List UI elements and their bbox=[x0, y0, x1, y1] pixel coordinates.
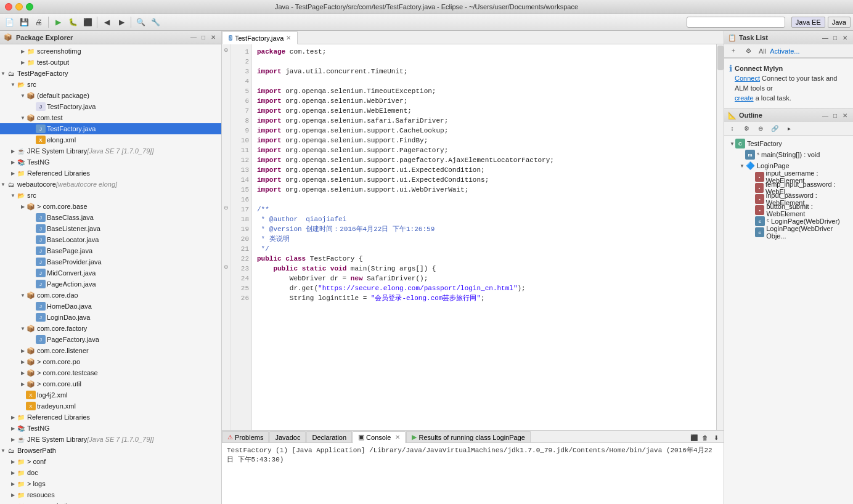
tree-item-com-core-util[interactable]: ▶ 📦 > com.core.util bbox=[0, 378, 221, 389]
console-scroll-button[interactable]: ⬇ bbox=[711, 433, 721, 442]
scrollbar-thumb[interactable] bbox=[717, 46, 724, 70]
create-link[interactable]: create bbox=[735, 94, 754, 102]
forward-button[interactable]: ▶ bbox=[115, 15, 128, 29]
tree-item-conf[interactable]: ▶ 📁 > conf bbox=[0, 456, 221, 467]
tree-item-PageAction[interactable]: J PageAction.java bbox=[0, 278, 221, 290]
tree-item-resouces[interactable]: ▶ 📁 resouces bbox=[0, 489, 221, 500]
outline-button-submit[interactable]: ▪ button_submit : WebElement bbox=[727, 205, 851, 216]
tree-item-elong-xml[interactable]: X elong.xml bbox=[0, 134, 221, 145]
connect-link[interactable]: Connect bbox=[735, 75, 760, 82]
tree-item-referenced-libraries[interactable]: ▶ 📁 Referenced Libraries bbox=[0, 168, 221, 179]
tree-item-doc[interactable]: ▶ 📁 doc bbox=[0, 467, 221, 478]
tab-console[interactable]: ▣ Console ✕ bbox=[353, 431, 406, 443]
tree-item-BaseProvider[interactable]: J BaseProvider.java bbox=[0, 256, 221, 267]
tree-item-HomeDao[interactable]: J HomeDao.java bbox=[0, 301, 221, 312]
outline-filter[interactable]: ⚙ bbox=[740, 122, 753, 136]
new-task-button[interactable]: + bbox=[727, 44, 740, 58]
console-close-icon[interactable]: ✕ bbox=[395, 434, 400, 441]
tree-item-BrowserPath[interactable]: ▼ 🗂 BrowserPath bbox=[0, 445, 221, 456]
outline-collapse[interactable]: ⊖ bbox=[754, 122, 767, 136]
minimize-panel-button[interactable]: — bbox=[189, 33, 198, 42]
package-explorer-header: 📦 Package Explorer — □ ✕ bbox=[0, 31, 221, 44]
task-list-close[interactable]: ✕ bbox=[841, 33, 849, 42]
stop-button[interactable]: ⬛ bbox=[81, 15, 94, 29]
tree-item-src2[interactable]: ▼ 📂 src bbox=[0, 190, 221, 201]
search-button[interactable]: 🔍 bbox=[134, 15, 147, 29]
tab-TestFactory[interactable]: J TestFactory.java ✕ bbox=[222, 31, 298, 44]
tree-toggle: ▶ bbox=[10, 148, 16, 154]
outline-sort[interactable]: ↕ bbox=[725, 122, 739, 136]
outline-main[interactable]: m ˢ main(String[]) : void bbox=[727, 149, 851, 160]
toolbar-search-input[interactable] bbox=[687, 17, 785, 28]
method-icon: m bbox=[745, 150, 755, 160]
tree-item-com-core-factory[interactable]: ▼ 📦 com.core.factory bbox=[0, 323, 221, 334]
tree-item-log4j2[interactable]: X log4j2.xml bbox=[0, 389, 221, 400]
filter-button[interactable]: ⚙ bbox=[741, 44, 755, 58]
tree-item-TestPageFactory[interactable]: ▼ 🗂 TestPageFactory bbox=[0, 68, 221, 79]
run-button[interactable]: ▶ bbox=[51, 15, 65, 29]
tree-item-PageFactory[interactable]: J PageFactory.java bbox=[0, 334, 221, 345]
tab-close-icon[interactable]: ✕ bbox=[286, 35, 291, 41]
tab-problems[interactable]: ⚠ Problems bbox=[222, 431, 269, 442]
tree-item-MidConvert[interactable]: J MidConvert.java bbox=[0, 267, 221, 278]
tree-item-logs[interactable]: ▶ 📁 > logs bbox=[0, 478, 221, 489]
tree-item-src[interactable]: ▼ 📂 src bbox=[0, 79, 221, 90]
print-button[interactable]: 🖨 bbox=[32, 15, 46, 29]
editor-scrollbar[interactable] bbox=[716, 44, 724, 430]
tree-item-BasePage[interactable]: J BasePage.java bbox=[0, 245, 221, 256]
tab-declaration[interactable]: Declaration bbox=[306, 431, 352, 442]
close-panel-button[interactable]: ✕ bbox=[209, 33, 218, 42]
task-list-maximize[interactable]: □ bbox=[831, 33, 839, 42]
activate-link[interactable]: Activate... bbox=[770, 47, 799, 55]
tab-javadoc[interactable]: Javadoc bbox=[269, 431, 306, 442]
java-ee-perspective[interactable]: Java EE bbox=[791, 17, 825, 28]
tree-item-BaseLocator[interactable]: J BaseLocator.java bbox=[0, 234, 221, 245]
outline-maximize[interactable]: □ bbox=[831, 111, 839, 120]
refactor-button[interactable]: 🔧 bbox=[149, 15, 162, 29]
tree-item-JRE[interactable]: ▶ ☕ JRE System Library [Java SE 7 [1.7.0… bbox=[0, 145, 221, 156]
tree-item-BaseClass[interactable]: J BaseClass.java bbox=[0, 212, 221, 223]
tree-item-TestNG[interactable]: ▶ 📚 TestNG bbox=[0, 156, 221, 168]
tree-item-com-core-testcase[interactable]: ▶ 📦 > com.core.testcase bbox=[0, 367, 221, 378]
tree-item-test-output[interactable]: ▶ 📁 test-output bbox=[0, 57, 221, 68]
code-editor[interactable]: package com.test; import java.util.concu… bbox=[252, 44, 716, 430]
outline-close[interactable]: ✕ bbox=[841, 111, 849, 120]
maximize-panel-button[interactable]: □ bbox=[199, 33, 208, 42]
titlebar: Java - TestPageFactory/src/com/test/Test… bbox=[0, 0, 853, 14]
maximize-button[interactable] bbox=[26, 3, 33, 10]
console-clear-button[interactable]: 🗑 bbox=[700, 433, 710, 442]
tree-item-LoginDao[interactable]: J LoginDao.java bbox=[0, 312, 221, 323]
tree-item-com-core-dao[interactable]: ▼ 📦 com.core.dao bbox=[0, 290, 221, 301]
tree-item-JRE2[interactable]: ▶ ☕ JRE System Library [Java SE 7 [1.7.0… bbox=[0, 434, 221, 445]
outline-more[interactable]: ▸ bbox=[782, 122, 796, 136]
back-button[interactable]: ◀ bbox=[100, 15, 113, 29]
new-button[interactable]: 📄 bbox=[2, 15, 16, 29]
debug-button[interactable]: 🐛 bbox=[66, 15, 80, 29]
console-stop-button[interactable]: ⬛ bbox=[689, 433, 699, 442]
outline-TestFactory[interactable]: ▼ C TestFactory bbox=[727, 138, 851, 149]
tree-item-screenshotimg[interactable]: ▶ 📁 screenshotimg bbox=[0, 46, 221, 57]
tree-toggle bbox=[30, 259, 36, 265]
minimize-button[interactable] bbox=[15, 3, 23, 10]
tree-item-TestFactory-root[interactable]: J TestFactory.java bbox=[0, 101, 221, 112]
tree-item-com-core-listener[interactable]: ▶ 📦 com.core.listener bbox=[0, 345, 221, 356]
outline-link[interactable]: 🔗 bbox=[768, 122, 782, 136]
java-perspective[interactable]: Java bbox=[828, 17, 851, 28]
close-button[interactable] bbox=[5, 3, 12, 10]
tree-item-webautocore[interactable]: ▼ 🗂 webautocore [webautocore elong] bbox=[0, 179, 221, 190]
tree-item-BaseListener[interactable]: J BaseListener.java bbox=[0, 223, 221, 234]
tree-item-TestNG2[interactable]: ▶ 📚 TestNG bbox=[0, 423, 221, 434]
outline-LoginPage-constructor2[interactable]: c LoginPage(WebDriver Obje... bbox=[727, 227, 851, 238]
tree-item-default-pkg[interactable]: ▼ 📦 (default package) bbox=[0, 90, 221, 101]
task-list-minimize[interactable]: — bbox=[821, 33, 830, 42]
tree-item-TestFactory-main[interactable]: J TestFactory.java bbox=[0, 123, 221, 134]
tab-results[interactable]: ▶ Results of running class LoginPage bbox=[406, 431, 530, 442]
outline-minimize[interactable]: — bbox=[821, 111, 830, 120]
tree-item-tradeyun[interactable]: X tradeyun.xml bbox=[0, 400, 221, 412]
tree-item-com-core-po[interactable]: ▶ 📦 > com.core.po bbox=[0, 356, 221, 367]
save-button[interactable]: 💾 bbox=[17, 15, 31, 29]
tree-item-screenshotimg2[interactable]: ▶ 📁 > screenshotimg bbox=[0, 500, 221, 504]
tree-item-RefLibs2[interactable]: ▶ 📁 Referenced Libraries bbox=[0, 412, 221, 423]
tree-item-com-test[interactable]: ▼ 📦 com.test bbox=[0, 112, 221, 123]
tree-item-com-core-base[interactable]: ▶ 📦 > com.core.base bbox=[0, 201, 221, 212]
